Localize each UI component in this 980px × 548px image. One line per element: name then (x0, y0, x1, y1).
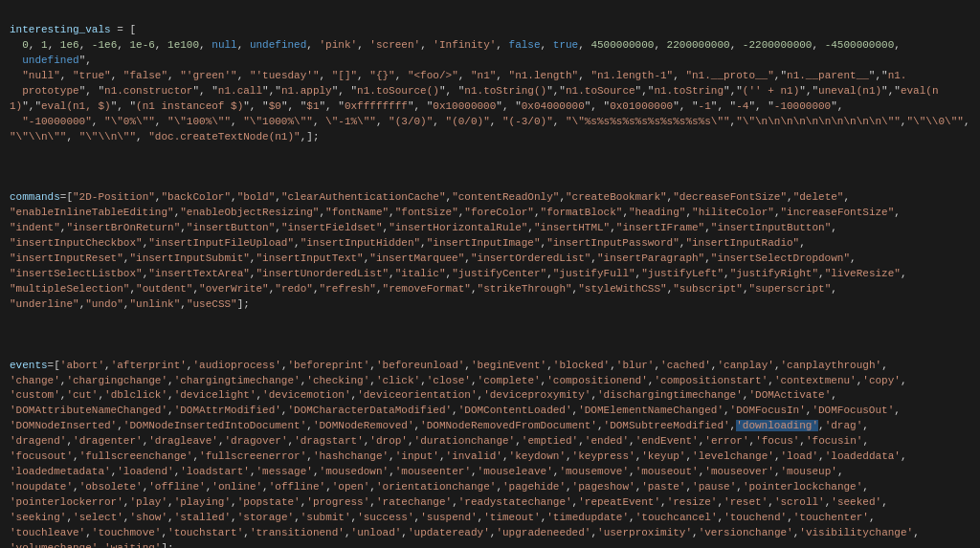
code-line-commands: commands=["2D-Position","backColor","bol… (10, 191, 850, 203)
code-line-6: "-10000000", "\"0%\"", "\"100%\"", "\"10… (10, 116, 976, 142)
code-line-events9: 'noupdate','obsolete','offline','online'… (10, 481, 869, 493)
code-line-events6: 'dragend','dragenter','dragleave','drago… (10, 435, 869, 447)
code-line-events5: 'DOMNodeInserted','DOMNodeInsertedIntoDo… (10, 420, 869, 431)
code-line-events10: 'pointerlockerror','play','playing','pop… (10, 496, 888, 508)
code-line-events2: 'change','chargingchange','chargingtimec… (10, 375, 907, 386)
code-line-events11: 'seeking','select','show','stalled','sto… (10, 512, 876, 523)
code-line-events3: 'custom','cut','dblclick','devicelight',… (10, 389, 837, 401)
code-line-1: interesting_vals = [ (10, 24, 136, 35)
code-line-events8: 'loadedmetadata','loadend','loadstart','… (10, 466, 844, 477)
code-line-events4: 'DOMAttributeNameChanged','DOMAttrModifi… (10, 405, 901, 416)
code-line-events7: 'focusout','fullscreenchange','fullscree… (10, 450, 907, 462)
code-line-commands2: "enableInlineTableEditing","enableObject… (10, 207, 901, 218)
code-line-4: "null", "true", "false", "'green'", "'tu… (10, 70, 906, 81)
code-line-5: prototype", "n1.constructor", "n1.call",… (10, 85, 939, 112)
code-line-events13: 'volumechange','waiting']; (10, 542, 174, 548)
code-line-commands4: "insertInputCheckbox","insertInputFileUp… (10, 237, 806, 249)
code-line-commands3: "indent","insertBrOnReturn","insertButto… (10, 222, 837, 233)
code-line-commands8: "underline","undo","unlink","useCSS"]; (10, 298, 250, 310)
code-line-commands7: "multipleSelection","outdent","overWrite… (10, 283, 837, 295)
code-line-3: undefined", (10, 55, 92, 66)
code-line-events: events=['abort','afterprint','audioproce… (10, 360, 888, 371)
code-line-commands5: "insertInputReset","insertInputSubmit","… (10, 252, 857, 264)
code-line-commands6: "insertSelectListbox","insertTextArea","… (10, 268, 907, 279)
code-line-events12: 'touchleave','touchmove','touchstart','t… (10, 527, 920, 538)
code-blank-2 (10, 329, 16, 340)
code-editor: interesting_vals = [ 0, 1, 1e6, -1e6, 1e… (0, 0, 980, 548)
code-line-2: 0, 1, 1e6, -1e6, 1e-6, 1e100, null, unde… (10, 39, 913, 51)
code-blank-1 (10, 161, 16, 172)
